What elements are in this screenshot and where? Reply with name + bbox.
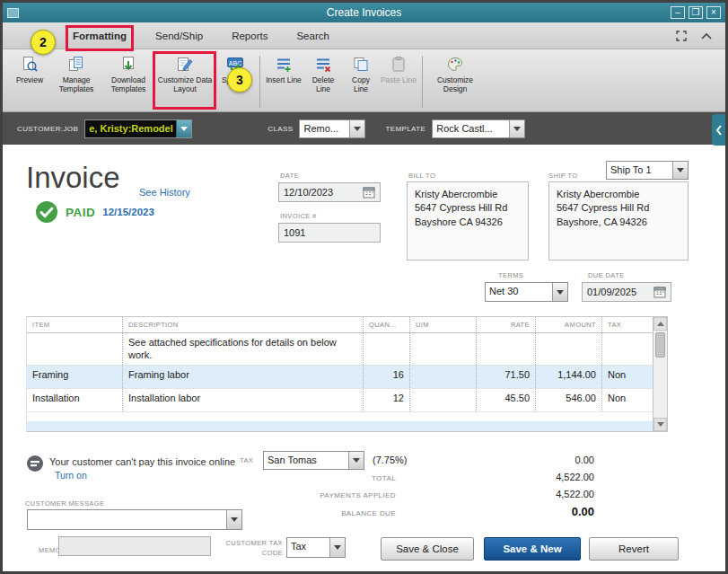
- ship-to-box[interactable]: Kristy Abercrombie 5647 Cypress Hill Rd …: [548, 181, 689, 261]
- callout-step-2: 2: [31, 30, 56, 55]
- download-templates-button[interactable]: Download Templates: [101, 54, 155, 95]
- tab-search[interactable]: Search: [294, 27, 330, 45]
- table-row[interactable]: Installation Installation labor 12 45.50…: [27, 389, 667, 412]
- save-and-new-button[interactable]: Save & New: [484, 537, 581, 561]
- insert-line-label: Insert Line: [266, 75, 302, 84]
- cell-quantity[interactable]: 16: [363, 366, 409, 388]
- expand-window-icon[interactable]: [675, 30, 688, 42]
- scroll-down-icon[interactable]: [653, 418, 667, 431]
- preview-label: Preview: [16, 75, 43, 84]
- minimize-button[interactable]: –: [671, 6, 685, 19]
- terms-dropdown-icon[interactable]: [552, 283, 567, 301]
- bill-to-box[interactable]: Kristy Abercrombie 5647 Cypress Hill Rd …: [407, 181, 529, 261]
- bill-to-line2: 5647 Cypress Hill Rd: [415, 201, 521, 215]
- cell-um[interactable]: [409, 366, 476, 388]
- class-select[interactable]: Remo...: [299, 119, 365, 138]
- tax-dropdown-icon[interactable]: [348, 452, 364, 469]
- template-select[interactable]: Rock Castl...: [432, 119, 525, 138]
- table-row[interactable]: Framing Framing labor 16 71.50 1,144.00 …: [27, 366, 667, 389]
- table-row[interactable]: See attached specifications for details …: [27, 333, 667, 366]
- tax-select[interactable]: San Tomas: [263, 451, 364, 470]
- cell-um[interactable]: [409, 333, 476, 365]
- customer-job-dropdown-icon[interactable]: [176, 120, 191, 137]
- due-date-field[interactable]: 01/09/2025: [582, 282, 671, 302]
- maximize-button[interactable]: ❐: [689, 6, 703, 19]
- cell-description[interactable]: See attached specifications for details …: [122, 333, 363, 365]
- revert-button[interactable]: Revert: [589, 537, 679, 561]
- see-history-link[interactable]: See History: [139, 187, 190, 198]
- turn-on-link[interactable]: Turn on: [55, 470, 87, 481]
- paste-line-button[interactable]: Paste Line: [379, 54, 418, 86]
- table-empty-row-highlight[interactable]: [27, 421, 653, 431]
- cell-amount[interactable]: 1,144.00: [535, 366, 601, 388]
- cell-item[interactable]: [27, 333, 122, 365]
- history-panel-collapse-tab[interactable]: [712, 114, 725, 146]
- scrollbar-thumb[interactable]: [655, 332, 665, 358]
- cell-um[interactable]: [409, 389, 476, 411]
- calendar-icon[interactable]: [653, 286, 666, 298]
- customer-tax-code-dropdown-icon[interactable]: [329, 538, 345, 557]
- tax-rate: (7.75%): [373, 455, 408, 465]
- delete-line-label: Delete Line: [304, 75, 342, 93]
- cell-quantity[interactable]: [363, 333, 409, 365]
- class-dropdown-icon[interactable]: [349, 120, 364, 137]
- cell-item[interactable]: Installation: [27, 389, 122, 411]
- tab-reports[interactable]: Reports: [230, 27, 269, 45]
- manage-templates-button[interactable]: Manage Templates: [51, 54, 101, 95]
- cell-amount[interactable]: [535, 333, 601, 365]
- copy-line-button[interactable]: Copy Line: [343, 54, 379, 95]
- balance-due-label: BALANCE DUE: [263, 509, 396, 517]
- memo-input[interactable]: [58, 536, 211, 556]
- collapse-ribbon-chevron-icon[interactable]: [700, 31, 713, 41]
- terms-select[interactable]: Net 30: [485, 282, 568, 302]
- date-field[interactable]: 12/10/2023: [278, 182, 381, 202]
- cell-tax[interactable]: [601, 333, 653, 365]
- class-label: CLASS: [268, 125, 293, 133]
- cell-description[interactable]: Framing labor: [122, 366, 363, 388]
- scroll-up-icon[interactable]: [653, 317, 667, 331]
- terms-value: Net 30: [486, 283, 552, 301]
- cell-amount[interactable]: 546.00: [535, 389, 601, 411]
- cell-quantity[interactable]: 12: [363, 389, 409, 411]
- cell-rate[interactable]: 45.50: [476, 389, 535, 411]
- calendar-icon[interactable]: [363, 186, 375, 199]
- paid-status: PAID 12/15/2023: [35, 200, 154, 224]
- template-dropdown-icon[interactable]: [509, 120, 524, 137]
- titlebar: Create Invoices – ❐ ×: [3, 3, 725, 22]
- cell-item[interactable]: Framing: [27, 366, 122, 388]
- customer-message-dropdown-icon[interactable]: [226, 510, 241, 529]
- cell-rate[interactable]: 71.50: [476, 366, 535, 388]
- toolbar-separator: [422, 56, 423, 108]
- save-and-close-button[interactable]: Save & Close: [381, 537, 474, 561]
- invoice-form: Invoice See History PAID 12/15/2023 DATE…: [3, 145, 725, 571]
- cell-description[interactable]: Installation labor: [122, 389, 363, 411]
- customize-data-layout-button[interactable]: Customize Data Layout: [155, 54, 215, 95]
- ribbon-corner-icons: [675, 30, 713, 42]
- close-button[interactable]: ×: [706, 6, 721, 19]
- window-title: Create Invoices: [3, 6, 725, 19]
- customer-message-select[interactable]: [27, 509, 242, 530]
- ship-to-dropdown-icon[interactable]: [672, 162, 688, 179]
- cell-tax[interactable]: Non: [601, 389, 653, 411]
- tab-send-ship[interactable]: Send/Ship: [153, 27, 205, 45]
- bill-to-line1: Kristy Abercrombie: [415, 188, 521, 201]
- delete-line-button[interactable]: Delete Line: [303, 54, 343, 95]
- callout-step-3: 3: [227, 67, 252, 93]
- paid-badge: PAID: [66, 206, 95, 219]
- customer-job-select[interactable]: e, Kristy:Remodel: [84, 119, 192, 138]
- customize-design-button[interactable]: Customize Design: [426, 54, 484, 95]
- ship-to-line2: 5647 Cypress Hill Rd: [557, 201, 680, 215]
- tab-formatting[interactable]: Formatting: [71, 27, 128, 45]
- preview-button[interactable]: Preview: [8, 54, 51, 86]
- bill-to-line3: Bayshore CA 94326: [415, 216, 521, 229]
- cell-rate[interactable]: [476, 333, 535, 365]
- customer-tax-code-select[interactable]: Tax: [286, 537, 346, 558]
- table-scrollbar[interactable]: [653, 317, 667, 431]
- cell-tax[interactable]: Non: [601, 366, 653, 388]
- invoice-number-field[interactable]: 1091: [278, 223, 381, 243]
- ship-to-select[interactable]: Ship To 1: [606, 161, 689, 180]
- col-quantity: QUAN...: [363, 317, 409, 332]
- col-amount: AMOUNT: [535, 317, 601, 332]
- insert-line-button[interactable]: Insert Line: [264, 54, 303, 86]
- manage-templates-label: Manage Templates: [52, 75, 101, 93]
